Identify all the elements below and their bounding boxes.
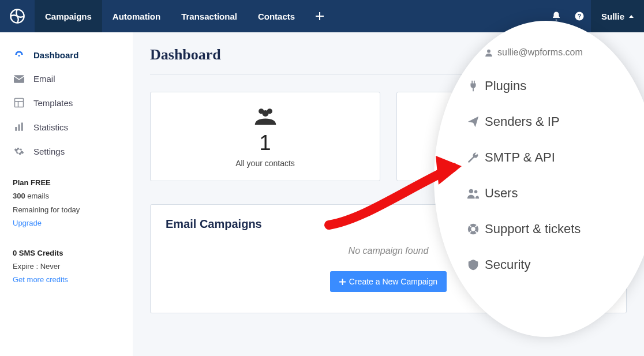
nav-add-button[interactable] (305, 0, 334, 32)
plus-icon (339, 279, 346, 285)
shield-icon (462, 258, 485, 271)
sms-summary: 0 SMS Credits Expire : Never Get more cr… (0, 234, 133, 290)
plus-icon (316, 12, 324, 20)
dropdown-item-label: Senders & IP (485, 114, 560, 129)
svg-rect-5 (15, 99, 24, 107)
chevron-up-icon (629, 15, 634, 18)
contacts-count: 1 (151, 131, 380, 155)
dropdown-item-label: Security (485, 257, 530, 272)
bell-icon (551, 11, 561, 21)
sms-subline: Expire : Never (13, 260, 120, 273)
plan-quota-text: emails (25, 192, 49, 200)
bar-chart-icon (13, 122, 25, 132)
sidebar-item-label: Settings (33, 147, 65, 156)
layout-icon (13, 98, 25, 108)
svg-rect-10 (21, 123, 23, 131)
svg-rect-8 (15, 127, 17, 131)
dropdown-item-label: Users (485, 186, 518, 201)
plan-quota-number: 300 (13, 192, 25, 200)
svg-point-3 (18, 55, 20, 57)
nav-transactional[interactable]: Transactional (171, 0, 248, 32)
nav-label: Contacts (258, 12, 295, 21)
plan-title: Plan FREE (13, 176, 120, 189)
dropdown-item-plugins[interactable]: Plugins (462, 68, 644, 104)
plan-summary: Plan FREE 300 emails Remaining for today… (0, 163, 133, 234)
dropdown-item-label: Plugins (485, 78, 526, 93)
get-credits-link[interactable]: Get more credits (13, 273, 120, 286)
nav-label: Automation (113, 12, 160, 21)
sidebar-item-label: Email (33, 74, 55, 84)
dropdown-item-support[interactable]: Support & tickets (462, 211, 644, 247)
sidebar-item-label: Statistics (33, 122, 68, 132)
create-campaign-button[interactable]: Create a New Campaign (330, 271, 447, 292)
dropdown-item-label: SMTP & API (485, 150, 555, 165)
nav-contacts[interactable]: Contacts (248, 0, 305, 32)
lifebuoy-icon (462, 223, 485, 235)
svg-point-17 (474, 190, 478, 194)
dropdown-item-label: Support & tickets (485, 222, 581, 237)
users-icon (151, 106, 380, 128)
sidebar-item-label: Templates (33, 98, 73, 108)
sidebar-item-email[interactable]: Email (0, 67, 133, 91)
sidebar-item-statistics[interactable]: Statistics (0, 115, 133, 139)
app-logo[interactable] (0, 0, 35, 32)
left-sidebar: Dashboard Email Templates Statistics Set… (0, 32, 133, 356)
dropdown-item-senders[interactable]: Senders & IP (462, 104, 644, 140)
paper-plane-icon (462, 115, 485, 128)
envelope-icon (13, 75, 25, 83)
svg-point-19 (471, 227, 475, 231)
contacts-card[interactable]: 1 All your contacts (150, 92, 380, 181)
sidebar-item-templates[interactable]: Templates (0, 91, 133, 115)
sidebar-item-settings[interactable]: Settings (0, 139, 133, 163)
nav-label: Transactional (181, 12, 237, 21)
users-icon (462, 187, 485, 200)
svg-point-16 (469, 189, 473, 193)
contacts-caption: All your contacts (151, 159, 380, 168)
user-dropdown-magnified: sullie@wpforms.com Plugins Senders & IP … (436, 23, 644, 335)
svg-point-15 (487, 50, 491, 53)
button-label: Create a New Campaign (349, 277, 437, 286)
upgrade-link[interactable]: Upgrade (13, 216, 120, 230)
gear-icon (13, 146, 25, 156)
wrench-icon (462, 151, 485, 164)
dropdown-item-users[interactable]: Users (462, 175, 644, 211)
speedometer-icon (13, 50, 25, 60)
help-icon: ? (574, 11, 585, 21)
plan-subline: Remaining for today (13, 203, 120, 216)
nav-campaigns[interactable]: Campaigns (35, 0, 102, 32)
svg-rect-9 (18, 125, 20, 131)
user-name: Sullie (601, 12, 624, 21)
plug-icon (462, 80, 485, 92)
user-menu-trigger[interactable]: Sullie (591, 0, 644, 32)
sms-title: 0 SMS Credits (13, 246, 120, 260)
svg-text:?: ? (578, 13, 581, 20)
sidebar-item-dashboard[interactable]: Dashboard (0, 43, 133, 67)
dropdown-item-smtp-api[interactable]: SMTP & API (462, 140, 644, 175)
sidebar-item-label: Dashboard (33, 50, 78, 60)
nav-automation[interactable]: Automation (102, 0, 171, 32)
person-icon (485, 48, 493, 57)
nav-label: Campaigns (45, 12, 92, 21)
dropdown-item-security[interactable]: Security (462, 247, 644, 283)
svg-point-13 (262, 110, 268, 117)
